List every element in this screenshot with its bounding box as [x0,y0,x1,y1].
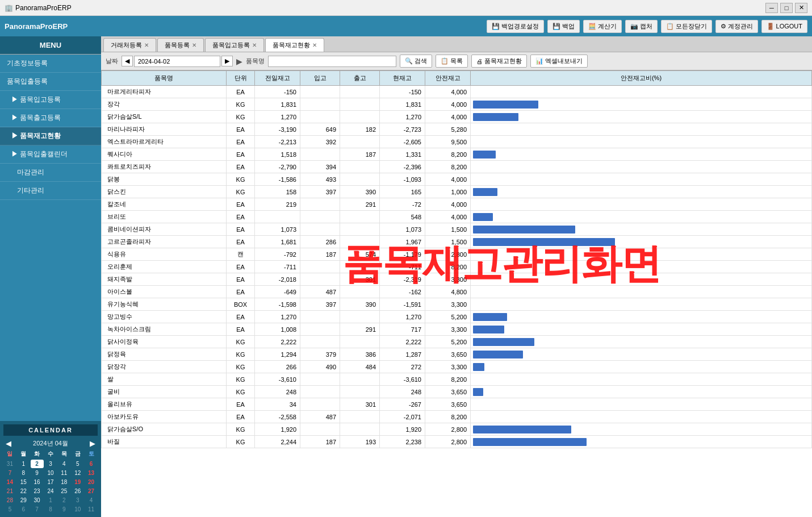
sidebar-item-stock-in[interactable]: ▶ 품목입고등록 [0,91,101,109]
tab-close-trader[interactable]: ✕ [144,42,149,48]
cell-pct [471,173,812,186]
tab-close-stock[interactable]: ✕ [312,42,317,48]
cal-day-29[interactable]: 29 [17,496,30,505]
list-button[interactable]: 📋 목록 [436,55,468,68]
cal-day-15[interactable]: 15 [17,478,30,486]
cal-day-11-next[interactable]: 11 [85,505,98,514]
cell-curr: -1,179 [380,248,425,261]
close-button[interactable]: ✕ [795,3,807,13]
excel-export-button[interactable]: 📊 엑셀내보내기 [530,55,588,68]
cal-day-8[interactable]: 8 [17,469,30,477]
cal-day-5-next[interactable]: 5 [3,505,16,514]
cell-in [300,311,340,323]
stock-status-button[interactable]: 🖨 품목재고현황 [471,55,527,68]
cell-in [300,111,340,123]
calendar-prev-button[interactable]: ◀ [6,439,11,448]
calendar-grid: 일 월 화 수 목 금 토 31 1 2 3 4 5 6 7 8 9 10 [3,449,98,514]
sidebar-item-stock-calendar[interactable]: ▶ 품목입출캘린더 [0,145,101,164]
cal-day-1[interactable]: 1 [17,460,30,468]
table-row: 닭가슴살S/O KG 1,920 1,920 2,800 [102,423,812,436]
sidebar-item-closing[interactable]: 마감관리 [0,164,101,182]
sidebar-item-stock-status[interactable]: ▶ 품목재고현황 [0,127,101,145]
cell-pct [471,261,812,273]
sidebar-item-stock-inout[interactable]: 품목입출등록 [0,73,101,91]
tab-close-item-in[interactable]: ✕ [252,42,257,48]
cell-name: 닭가슴살S/O [102,423,227,436]
sidebar-item-stock-out[interactable]: ▶ 품목출고등록 [0,109,101,127]
cal-day-5[interactable]: 5 [71,460,84,468]
cal-day-2-next[interactable]: 2 [57,496,70,505]
cal-day-14[interactable]: 14 [3,478,16,486]
cal-day-13[interactable]: 13 [85,469,98,477]
cell-unit: KG [227,423,255,436]
date-next-button[interactable]: ▶ [221,56,233,66]
cal-day-1-next[interactable]: 1 [44,496,57,505]
cal-day-6-next[interactable]: 6 [17,505,30,514]
cal-day-30[interactable]: 30 [31,496,44,505]
cal-day-9[interactable]: 9 [31,469,44,477]
cell-pct [471,311,812,323]
close-all-button[interactable]: 📋 모든장닫기 [661,20,712,33]
cal-day-6[interactable]: 6 [85,460,98,468]
cal-day-4[interactable]: 4 [57,460,70,468]
calculator-button[interactable]: 🧮 계산기 [583,20,622,33]
capture-button[interactable]: 📷 캡처 [625,20,658,33]
cal-day-4-next[interactable]: 4 [85,496,98,505]
cal-day-31-prev[interactable]: 31 [3,460,16,468]
cell-prev: -792 [255,248,300,261]
cal-day-7-next[interactable]: 7 [31,505,44,514]
cal-day-22[interactable]: 22 [17,487,30,495]
cell-pct [471,236,812,248]
maximize-button[interactable]: □ [780,3,793,13]
cal-day-9-next[interactable]: 9 [57,505,70,514]
search-button[interactable]: 🔍 검색 [400,55,432,68]
cell-in [300,373,340,386]
tab-item-register[interactable]: 품목등록 ✕ [157,38,204,52]
cal-day-20[interactable]: 20 [85,478,98,486]
cal-day-18[interactable]: 18 [57,478,70,486]
cal-day-16[interactable]: 16 [31,478,44,486]
backup-button[interactable]: 💾 백업 [547,20,580,33]
date-prev-button[interactable]: ◀ [122,56,133,66]
cal-day-10-next[interactable]: 10 [71,505,84,514]
cal-day-8-next[interactable]: 8 [44,505,57,514]
cal-day-28[interactable]: 28 [3,496,16,505]
cal-day-3[interactable]: 3 [44,460,57,468]
cal-day-12[interactable]: 12 [71,469,84,477]
cal-day-21[interactable]: 21 [3,487,16,495]
date-input[interactable] [134,56,220,67]
tab-stock-status[interactable]: 품목재고현황 ✕ [265,38,324,52]
cal-day-2-today[interactable]: 2 [31,460,44,468]
cell-name: 마리나라피자 [102,123,227,136]
table-row: 녹차아이스크림 EA 1,008 291 717 3,300 [102,323,812,336]
tab-item-in-register[interactable]: 품목입고등록 ✕ [205,38,264,52]
item-name-input[interactable] [268,56,396,67]
cal-day-3-next[interactable]: 3 [71,496,84,505]
cal-day-10[interactable]: 10 [44,469,57,477]
sidebar-item-basic-info[interactable]: 기초정보등록 [0,55,101,73]
cell-in [300,211,340,223]
cell-safe: 4,000 [425,98,471,111]
cal-day-19[interactable]: 19 [71,478,84,486]
cell-safe: 4,800 [425,286,471,298]
tab-trader-register[interactable]: 거래처등록 ✕ [103,38,156,52]
logout-button[interactable]: 🚪 LOGOUT [761,20,807,33]
cal-day-11[interactable]: 11 [57,469,70,477]
cal-day-7[interactable]: 7 [3,469,16,477]
cal-day-24[interactable]: 24 [44,487,57,495]
minimize-button[interactable]: ─ [765,3,778,13]
account-manage-button[interactable]: ⚙ 계정관리 [715,20,758,33]
cal-day-27[interactable]: 27 [85,487,98,495]
cal-day-17[interactable]: 17 [44,478,57,486]
backup-path-button[interactable]: 💾 백업경로설정 [487,20,544,33]
cell-unit: EA [227,211,255,223]
cal-day-25[interactable]: 25 [57,487,70,495]
stock-table-container[interactable]: 품목명 단위 전일재고 입고 출고 현재고 안전재고 안전재고비(%) 마르게리… [101,70,812,517]
cal-day-26[interactable]: 26 [71,487,84,495]
sidebar-item-other[interactable]: 기타관리 [0,182,101,200]
cal-day-23[interactable]: 23 [31,487,44,495]
tab-close-item[interactable]: ✕ [192,42,196,48]
calendar-next-button[interactable]: ▶ [90,439,95,448]
cell-curr: 548 [380,211,425,223]
cell-in [300,386,340,398]
